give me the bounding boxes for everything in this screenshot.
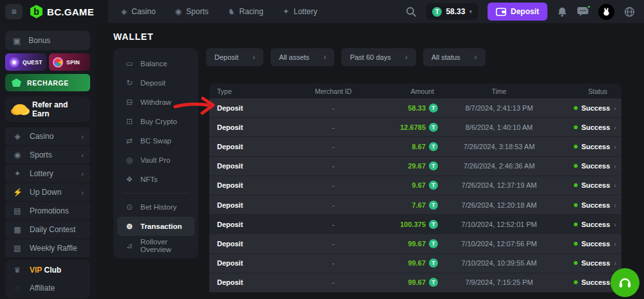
wallet-menu-item-bet-history[interactable]: ⊙Bet History xyxy=(117,197,194,217)
wallet-menu-item-rollover-overview[interactable]: ⊿Rollover Overview xyxy=(117,236,194,255)
sidebar-item-weekly-raffle[interactable]: ▧Weekly Raffle xyxy=(5,239,90,257)
nav-item-racing[interactable]: ♞Racing xyxy=(228,7,263,16)
nav-item-label: Racing xyxy=(240,7,263,16)
rollover-overview-icon: ⊿ xyxy=(125,241,134,250)
sidebar-item-up-down[interactable]: ⚡Up Down› xyxy=(5,183,90,201)
cell-type: Deposit xyxy=(209,201,296,209)
sidebar-item-label: Weekly Raffle xyxy=(30,244,77,253)
balance-selector[interactable]: T 58.33 ▾ xyxy=(426,3,478,20)
wallet-menu-item-nfts[interactable]: ❖NFTs xyxy=(117,170,194,189)
filter-status[interactable]: All status› xyxy=(423,48,486,66)
wallet-menu-item-buy-crypto[interactable]: ⊡Buy Crypto xyxy=(117,112,194,131)
table-row[interactable]: Deposit-58.33T8/7/2024, 2:41:13 PMSucces… xyxy=(209,98,621,118)
wallet-menu-item-label: NFTs xyxy=(140,176,158,183)
deposit-icon: ↻ xyxy=(125,78,134,87)
usdt-coin-icon: T xyxy=(429,161,438,170)
table-row[interactable]: Deposit-100.375T7/10/2024, 12:52:01 PMSu… xyxy=(209,215,621,234)
search-icon[interactable] xyxy=(406,6,417,17)
sidebar-item-sports[interactable]: ◉Sports› xyxy=(5,146,90,164)
cell-status: Success› xyxy=(560,259,621,267)
main-content: WALLET ▭Balance↻Deposit⊟Withdraw⊡Buy Cry… xyxy=(95,23,644,299)
hamburger-menu-button[interactable]: ≡ xyxy=(5,4,23,19)
wallet-menu-item-bc-swap[interactable]: ⇄BC Swap xyxy=(117,131,194,150)
nav-item-label: Lottery xyxy=(294,7,317,16)
quest-badge[interactable]: QUEST xyxy=(5,53,46,71)
bcgame-logo[interactable]: b BC.GAME xyxy=(30,5,94,19)
user-avatar[interactable] xyxy=(598,4,614,20)
table-row[interactable]: Deposit-9.67T7/26/2024, 12:37:19 AMSucce… xyxy=(209,176,621,195)
wallet-menu-item-vault-pro[interactable]: ◎Vault Pro xyxy=(117,150,194,170)
nav-item-sports[interactable]: ◉Sports xyxy=(175,7,209,16)
spin-badge[interactable]: SPIN xyxy=(49,53,90,71)
sidebar-item-casino[interactable]: ◈Casino› xyxy=(5,127,90,145)
cell-type: Deposit xyxy=(209,181,296,189)
cell-status: Success› xyxy=(560,221,621,228)
status-label: Success xyxy=(582,259,611,267)
deposit-button[interactable]: Deposit xyxy=(488,3,547,21)
nav-item-casino[interactable]: ◈Casino xyxy=(121,7,156,16)
vault-pro-icon: ◎ xyxy=(125,156,134,165)
deposit-button-label: Deposit xyxy=(511,7,539,16)
cell-status: Success› xyxy=(560,123,621,131)
table-row[interactable]: Deposit-99.67T7/9/2024, 7:15:25 PMSucces… xyxy=(209,273,621,293)
casino-icon: ◈ xyxy=(121,7,127,16)
cell-merchant-id: - xyxy=(296,259,370,267)
amount-value: 100.375 xyxy=(400,221,426,228)
table-row[interactable]: Deposit-99.67T7/10/2024, 10:39:55 AMSucc… xyxy=(209,254,621,273)
chevron-right-icon: › xyxy=(252,53,255,62)
table-row[interactable]: Deposit-12.6785T8/6/2024, 1:40:10 AMSucc… xyxy=(209,118,621,137)
sidebar-item-daily-contest[interactable]: ▦Daily Contest xyxy=(5,221,90,239)
status-success-dot xyxy=(574,280,578,284)
language-globe-icon[interactable] xyxy=(624,6,635,17)
sidebar-item-vip-club[interactable]: ♛VIP Club xyxy=(5,261,90,279)
wallet-menu-item-balance[interactable]: ▭Balance xyxy=(117,54,194,73)
sidebar-item-affiliate[interactable]: ◌Affiliate xyxy=(5,279,90,297)
main-nav: ◈Casino◉Sports♞Racing✦Lottery xyxy=(121,7,317,16)
wallet-menu-item-label: BC Swap xyxy=(140,137,171,145)
cell-merchant-id: - xyxy=(296,278,370,286)
sidebar-item-lottery[interactable]: ✦Lottery› xyxy=(5,165,90,183)
status-label: Success xyxy=(582,104,611,112)
recharge-button[interactable]: RECHARGE xyxy=(5,74,90,91)
chevron-down-icon: ▾ xyxy=(469,8,472,15)
wallet-menu-item-label: Rollover Overview xyxy=(140,238,191,253)
chevron-right-icon: › xyxy=(614,123,616,131)
nav-item-lottery[interactable]: ✦Lottery xyxy=(283,7,317,16)
wallet-menu-item-label: Withdraw xyxy=(140,98,171,106)
wallet-menu-item-transaction[interactable]: ⊚Transaction xyxy=(117,217,194,236)
filter-period[interactable]: Past 60 days› xyxy=(341,48,416,66)
sidebar-item-label: VIP Club xyxy=(30,266,61,275)
weekly-raffle-icon: ▧ xyxy=(13,244,22,253)
table-row[interactable]: Deposit-7.67T7/26/2024, 12:20:18 AMSucce… xyxy=(209,195,621,215)
gift-icon: ▣ xyxy=(13,36,21,46)
refer-and-earn-button[interactable]: Refer and Earn xyxy=(5,96,90,122)
wallet-menu-item-withdraw[interactable]: ⊟Withdraw xyxy=(117,93,194,112)
usdt-coin-icon: T xyxy=(429,201,438,210)
filter-bar: Deposit›All assets›Past 60 days›All stat… xyxy=(206,48,486,66)
column-header-time: Time xyxy=(438,87,560,95)
wallet-menu-item-deposit[interactable]: ↻Deposit xyxy=(117,73,194,93)
table-row[interactable]: Deposit-8.67T7/26/2024, 3:18:53 AMSucces… xyxy=(209,137,621,156)
notifications-bell-icon[interactable] xyxy=(557,6,567,17)
live-support-button[interactable] xyxy=(611,268,639,297)
filter-label: All assets xyxy=(279,53,309,61)
gold-coins-icon xyxy=(13,104,27,114)
status-success-dot xyxy=(574,125,578,129)
wallet-menu-item-label: Vault Pro xyxy=(140,156,170,164)
cell-status: Success› xyxy=(560,162,621,170)
table-row[interactable]: Deposit-99.67T7/10/2024, 12:07:56 PMSucc… xyxy=(209,234,621,253)
cell-amount: 99.67T xyxy=(370,278,438,287)
sidebar-bottom-menu: ♛VIP Club◌Affiliate xyxy=(5,260,90,298)
filter-asset[interactable]: All assets› xyxy=(270,48,334,66)
filter-type[interactable]: Deposit› xyxy=(206,48,263,66)
up-down-icon: ⚡ xyxy=(13,188,22,197)
sidebar-item-promotions[interactable]: ▤Promotions xyxy=(5,202,90,220)
top-navbar: ≡ b BC.GAME ◈Casino◉Sports♞Racing✦Lotter… xyxy=(0,0,644,23)
table-row[interactable]: Deposit-29.67T7/26/2024, 2:46:36 AMSucce… xyxy=(209,157,621,176)
table-body: Deposit-58.33T8/7/2024, 2:41:13 PMSucces… xyxy=(209,98,621,293)
cell-time: 7/9/2024, 7:15:25 PM xyxy=(438,278,560,286)
amount-value: 9.67 xyxy=(412,181,426,189)
buy-crypto-icon: ⊡ xyxy=(125,117,134,126)
cell-amount: 99.67T xyxy=(370,239,438,248)
bonus-button[interactable]: ▣ Bonus xyxy=(5,31,90,50)
